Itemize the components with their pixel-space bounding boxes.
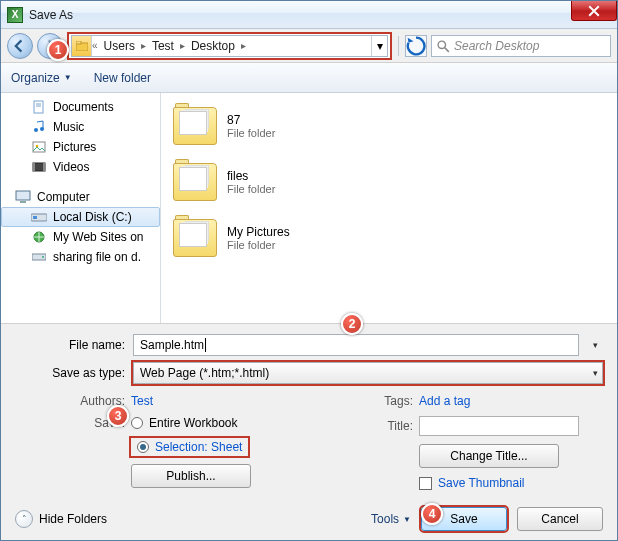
radio-entire-label: Entire Workbook bbox=[149, 416, 237, 430]
file-list[interactable]: 87 File folder files File folder My Pict… bbox=[161, 93, 617, 323]
toolbar: Organize ▼ New folder bbox=[1, 63, 617, 93]
dialog-footer: ˄ Hide Folders Tools ▼ Save Cancel bbox=[1, 498, 617, 540]
sidebar-group-computer[interactable]: Computer bbox=[1, 187, 160, 207]
folder-icon bbox=[173, 219, 217, 257]
title-input[interactable] bbox=[419, 416, 579, 436]
tools-menu[interactable]: Tools ▼ bbox=[371, 512, 411, 526]
file-type: File folder bbox=[227, 183, 275, 195]
search-icon bbox=[436, 39, 450, 53]
file-name: My Pictures bbox=[227, 225, 290, 239]
new-folder-button[interactable]: New folder bbox=[94, 71, 151, 85]
folder-icon bbox=[173, 107, 217, 145]
title-label: Title: bbox=[373, 419, 413, 433]
callout-2: 2 bbox=[341, 313, 363, 335]
cancel-button[interactable]: Cancel bbox=[517, 507, 603, 531]
back-button[interactable] bbox=[7, 33, 33, 59]
drive-icon bbox=[31, 209, 47, 225]
svg-point-20 bbox=[42, 256, 44, 258]
radio-entire-workbook[interactable] bbox=[131, 417, 143, 429]
svg-rect-14 bbox=[16, 191, 30, 200]
sidebar-item-local-disk[interactable]: Local Disk (C:) bbox=[1, 207, 160, 227]
nav-sidebar: Documents Music Pictures Videos Computer bbox=[1, 93, 161, 323]
divider bbox=[398, 36, 399, 56]
svg-rect-12 bbox=[33, 163, 35, 171]
titlebar: X Save As bbox=[1, 1, 617, 29]
close-button[interactable] bbox=[571, 1, 617, 21]
save-thumbnail-label: Save Thumbnail bbox=[438, 476, 525, 490]
save-as-dialog: X Save As « Users ▸ Test ▸ Desktop ▸ bbox=[0, 0, 618, 541]
new-folder-label: New folder bbox=[94, 71, 151, 85]
radio-selection-highlight: Selection: Sheet bbox=[131, 438, 248, 456]
window-title: Save As bbox=[29, 8, 73, 22]
callout-4: 4 bbox=[421, 503, 443, 525]
list-item[interactable]: My Pictures File folder bbox=[173, 215, 605, 261]
sidebar-item-pictures[interactable]: Pictures bbox=[1, 137, 160, 157]
svg-rect-1 bbox=[76, 41, 81, 44]
folder-icon bbox=[173, 163, 217, 201]
tags-label: Tags: bbox=[373, 394, 413, 408]
excel-app-icon: X bbox=[7, 7, 23, 23]
radio-selection-label: Selection: Sheet bbox=[155, 440, 242, 454]
chevron-down-icon: ▼ bbox=[64, 73, 72, 82]
file-type: File folder bbox=[227, 127, 275, 139]
search-placeholder: Search Desktop bbox=[454, 39, 606, 53]
callout-1: 1 bbox=[47, 39, 69, 61]
refresh-button[interactable] bbox=[405, 35, 427, 57]
documents-icon bbox=[31, 99, 47, 115]
savetype-combo[interactable]: Web Page (*.htm;*.html) ▾ bbox=[133, 362, 603, 384]
filename-label: File name: bbox=[15, 338, 125, 352]
close-icon bbox=[588, 5, 600, 17]
svg-rect-9 bbox=[33, 142, 45, 152]
sidebar-item-music[interactable]: Music bbox=[1, 117, 160, 137]
breadcrumb-users[interactable]: Users bbox=[98, 39, 141, 53]
hide-folders-button[interactable]: ˄ Hide Folders bbox=[15, 510, 107, 528]
address-bar[interactable]: « Users ▸ Test ▸ Desktop ▸ ▾ bbox=[71, 35, 388, 57]
svg-point-7 bbox=[34, 128, 38, 132]
address-bar-highlight: « Users ▸ Test ▸ Desktop ▸ ▾ bbox=[67, 32, 392, 60]
savetype-value: Web Page (*.htm;*.html) bbox=[140, 366, 269, 380]
radio-selection-sheet[interactable] bbox=[137, 441, 149, 453]
sidebar-item-documents[interactable]: Documents bbox=[1, 97, 160, 117]
chevron-right-icon: ▸ bbox=[241, 40, 246, 51]
chevron-down-icon: ▾ bbox=[593, 368, 598, 378]
nav-row: « Users ▸ Test ▸ Desktop ▸ ▾ Search Desk… bbox=[1, 29, 617, 63]
save-thumbnail-checkbox[interactable] bbox=[419, 477, 432, 490]
callout-3: 3 bbox=[107, 405, 129, 427]
search-input[interactable]: Search Desktop bbox=[431, 35, 611, 57]
list-item[interactable]: 87 File folder bbox=[173, 103, 605, 149]
svg-rect-15 bbox=[20, 201, 26, 203]
filename-input[interactable]: Sample.htm bbox=[133, 334, 579, 356]
organize-label: Organize bbox=[11, 71, 60, 85]
web-icon bbox=[31, 229, 47, 245]
dialog-body: Documents Music Pictures Videos Computer bbox=[1, 93, 617, 324]
file-name: 87 bbox=[227, 113, 275, 127]
breadcrumb-test[interactable]: Test bbox=[146, 39, 180, 53]
list-item[interactable]: files File folder bbox=[173, 159, 605, 205]
sidebar-item-websites[interactable]: My Web Sites on bbox=[1, 227, 160, 247]
svg-rect-4 bbox=[34, 101, 43, 113]
sidebar-item-videos[interactable]: Videos bbox=[1, 157, 160, 177]
authors-value[interactable]: Test bbox=[131, 394, 153, 408]
refresh-icon bbox=[406, 36, 426, 56]
save-form: File name: Sample.htm ▾ Save as type: We… bbox=[1, 324, 617, 498]
file-name: files bbox=[227, 169, 275, 183]
breadcrumb-desktop[interactable]: Desktop bbox=[185, 39, 241, 53]
folder-icon bbox=[72, 36, 92, 56]
tags-value[interactable]: Add a tag bbox=[419, 394, 470, 408]
file-type: File folder bbox=[227, 239, 290, 251]
svg-point-2 bbox=[438, 41, 445, 48]
organize-menu[interactable]: Organize ▼ bbox=[11, 71, 72, 85]
videos-icon bbox=[31, 159, 47, 175]
chevron-up-icon: ˄ bbox=[15, 510, 33, 528]
sidebar-item-sharing[interactable]: sharing file on d. bbox=[1, 247, 160, 267]
publish-button[interactable]: Publish... bbox=[131, 464, 251, 488]
svg-point-8 bbox=[40, 127, 44, 131]
svg-rect-13 bbox=[43, 163, 45, 171]
svg-rect-17 bbox=[33, 216, 37, 219]
savetype-label: Save as type: bbox=[15, 366, 125, 380]
pictures-icon bbox=[31, 139, 47, 155]
address-dropdown[interactable]: ▾ bbox=[371, 36, 387, 56]
change-title-button[interactable]: Change Title... bbox=[419, 444, 559, 468]
chevron-down-icon: ▼ bbox=[403, 515, 411, 524]
filename-history-dropdown[interactable]: ▾ bbox=[587, 340, 603, 350]
